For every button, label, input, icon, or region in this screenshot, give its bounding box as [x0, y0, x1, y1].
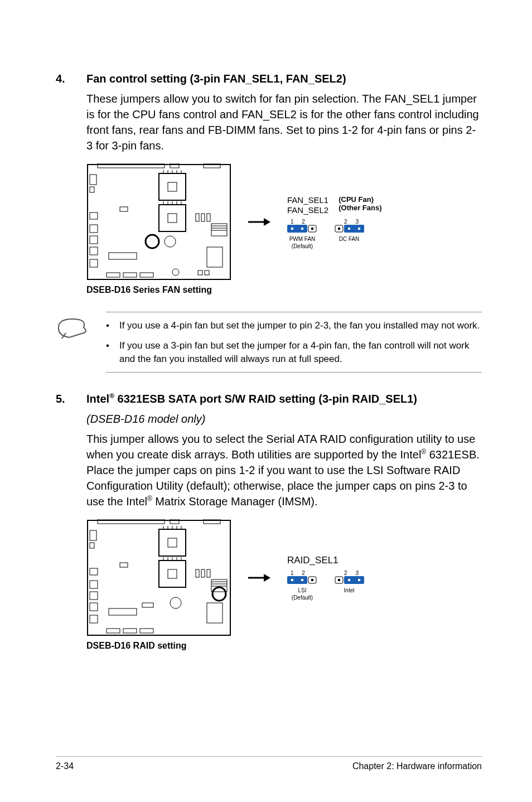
svg-rect-37: [301, 228, 303, 230]
note-text-1: If you use a 4-pin fan but set the jumpe…: [119, 319, 480, 332]
svg-rect-67: [207, 603, 223, 623]
jumper-23-icon: [334, 576, 364, 584]
section-5: 5. Intel® 6321ESB SATA port S/W RAID set…: [56, 392, 482, 651]
svg-point-28: [172, 269, 179, 276]
raid-diagram-block: RAID_SEL1 1 2 LSI (Default): [86, 519, 482, 651]
section-number: 5.: [56, 393, 86, 405]
svg-rect-85: [344, 576, 364, 584]
svg-rect-50: [90, 543, 94, 548]
svg-point-31: [146, 235, 159, 248]
fan-diagram-caption: DSEB-D16 Series FAN setting: [86, 285, 482, 295]
note-content: • If you use a 4-pin fan but set the jum…: [106, 312, 482, 373]
default-label: (Default): [287, 243, 317, 249]
jumper-pins-row: 1 2 LSI (Default) 2 3: [287, 570, 364, 601]
jumper-info: FAN_SEL1 FAN_SEL2 (CPU Fan) (Other Fans)…: [287, 195, 382, 249]
svg-rect-68: [107, 629, 120, 633]
svg-rect-80: [301, 579, 303, 581]
svg-rect-14: [168, 214, 177, 223]
svg-rect-36: [291, 228, 293, 230]
jumper-info: RAID_SEL1 1 2 LSI (Default): [287, 555, 364, 600]
svg-rect-61: [201, 569, 205, 577]
svg-rect-42: [344, 225, 364, 233]
svg-rect-41: [338, 228, 340, 230]
pin-nums-23: 2 3: [334, 570, 364, 576]
svg-rect-56: [159, 529, 186, 556]
svg-rect-53: [90, 592, 98, 600]
svg-rect-70: [140, 629, 153, 633]
svg-rect-27: [109, 253, 137, 259]
diagram-row: RAID_SEL1 1 2 LSI (Default): [86, 519, 482, 636]
svg-rect-15: [196, 214, 199, 221]
jumper-12-icon: [287, 225, 317, 233]
svg-point-75: [212, 587, 226, 601]
page-number: 2-34: [56, 761, 74, 771]
svg-rect-39: [311, 228, 313, 230]
section-number: 4.: [56, 73, 86, 85]
section-heading: Fan control setting (3-pin FAN_SEL1, FAN…: [86, 73, 346, 85]
fan-diagram-block: FAN_SEL1 FAN_SEL2 (CPU Fan) (Other Fans)…: [86, 163, 482, 295]
svg-rect-86: [348, 579, 350, 581]
svg-rect-82: [311, 579, 313, 581]
svg-rect-84: [338, 579, 340, 581]
svg-rect-8: [90, 236, 98, 244]
pin-nums-23: 2 3: [334, 219, 364, 225]
svg-rect-35: [287, 225, 307, 233]
reg-mark: ®: [109, 392, 114, 400]
svg-rect-13: [159, 205, 186, 231]
heading-post: 6321ESB SATA port S/W RAID setting (3-pi…: [114, 393, 417, 405]
fan-sel2-label: FAN_SEL2: [287, 205, 328, 215]
bullet-icon: •: [106, 339, 109, 366]
svg-rect-11: [159, 173, 186, 200]
heading-row: 4. Fan control setting (3-pin FAN_SEL1, …: [56, 73, 482, 85]
bullet-icon: •: [106, 319, 109, 332]
svg-rect-49: [90, 530, 96, 540]
svg-rect-17: [207, 214, 210, 221]
page-footer: 2-34 Chapter 2: Hardware information: [56, 756, 482, 771]
svg-rect-69: [123, 629, 137, 633]
svg-rect-12: [168, 182, 177, 191]
svg-rect-25: [140, 273, 153, 277]
fan-sel-labels: FAN_SEL1 FAN_SEL2: [287, 195, 328, 215]
svg-rect-10: [90, 259, 98, 267]
heading-row: 5. Intel® 6321ESB SATA port S/W RAID set…: [56, 392, 482, 405]
motherboard-schematic: [86, 519, 231, 636]
svg-rect-23: [107, 273, 120, 277]
svg-rect-55: [90, 615, 98, 623]
svg-rect-6: [90, 212, 98, 219]
svg-rect-18: [211, 224, 227, 236]
pwm-fan-label: PWM FAN: [287, 236, 317, 242]
section-4: 4. Fan control setting (3-pin FAN_SEL1, …: [56, 73, 482, 295]
diagram-row: FAN_SEL1 FAN_SEL2 (CPU Fan) (Other Fans)…: [86, 163, 482, 281]
svg-rect-9: [90, 247, 98, 255]
svg-rect-43: [348, 228, 350, 230]
svg-rect-71: [120, 563, 128, 567]
fan-sel1-label: FAN_SEL1: [287, 195, 328, 205]
heading-pre: Intel: [86, 393, 109, 405]
svg-rect-87: [358, 579, 360, 581]
svg-rect-7: [90, 225, 98, 233]
svg-rect-30: [205, 270, 209, 275]
svg-rect-44: [358, 228, 360, 230]
cpu-fan-label: (CPU Fan): [338, 195, 381, 204]
svg-rect-73: [142, 603, 153, 607]
fan-sel-desc: (CPU Fan) (Other Fans): [338, 195, 381, 212]
dc-fan-label: DC FAN: [334, 236, 364, 242]
section-body: This jumper allows you to select the Ser…: [86, 431, 482, 509]
svg-rect-24: [123, 273, 137, 277]
svg-rect-60: [196, 569, 199, 577]
svg-rect-62: [207, 569, 210, 577]
note-text-2: If you use a 3-pin fan but set the jumpe…: [119, 339, 482, 366]
body-post: Matrix Storage Manager (IMSM).: [152, 495, 318, 508]
svg-rect-51: [90, 568, 98, 575]
other-fans-label: (Other Fans): [338, 204, 381, 212]
svg-point-74: [170, 597, 181, 608]
jumper-left: 1 2 LSI (Default): [287, 570, 317, 601]
svg-rect-52: [90, 581, 98, 588]
svg-rect-78: [287, 576, 307, 584]
motherboard-schematic: [86, 163, 231, 281]
svg-rect-72: [109, 608, 137, 615]
raid-diagram-caption: DSEB-D16 RAID setting: [86, 641, 482, 651]
svg-rect-29: [198, 270, 202, 275]
arrow-icon: [248, 572, 270, 583]
svg-rect-58: [159, 561, 186, 587]
